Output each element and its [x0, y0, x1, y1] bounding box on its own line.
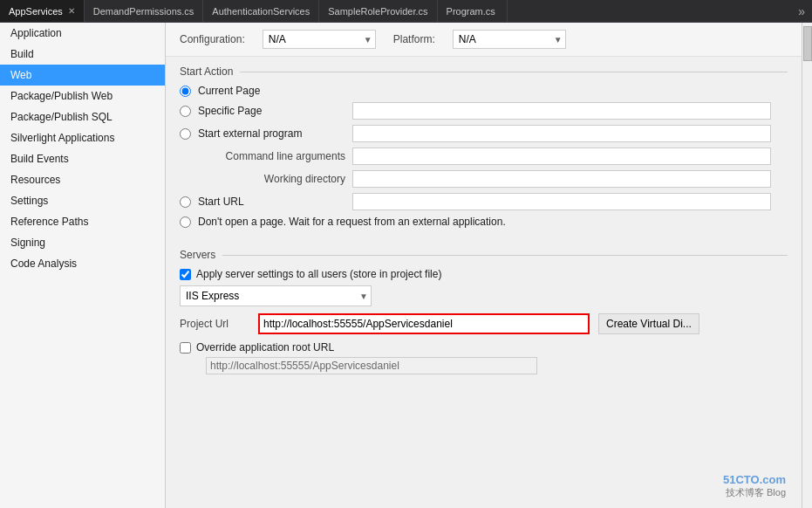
configuration-select[interactable]: N/A [263, 30, 376, 49]
sidebar-item-build-events[interactable]: Build Events [0, 148, 165, 169]
dont-open-radio[interactable] [180, 216, 191, 228]
project-url-input[interactable] [258, 313, 590, 334]
override-url-input[interactable] [206, 357, 537, 374]
specific-page-radio-row: Specific Page [180, 102, 788, 120]
servers-title: Servers [180, 249, 788, 261]
server-type-select-wrapper: IIS Express ▼ [180, 285, 372, 306]
tab-authenticationservices[interactable]: AuthenticationServices [203, 0, 319, 22]
tab-bar: AppServices ✕ DemandPermissions.cs Authe… [0, 0, 812, 23]
server-type-row: IIS Express ▼ [180, 285, 788, 306]
start-external-radio[interactable] [180, 128, 191, 140]
sidebar-item-package-publish-sql[interactable]: Package/Publish SQL [0, 106, 165, 127]
sidebar-item-build[interactable]: Build [0, 44, 165, 65]
start-external-radio-row: Start external program [180, 125, 788, 142]
sidebar-item-package-publish-web[interactable]: Package/Publish Web [0, 86, 165, 106]
watermark-top: 51CTO.com [723, 473, 786, 486]
project-url-row: Project Url Create Virtual Di... [180, 313, 788, 334]
platform-select[interactable]: N/A [453, 30, 566, 49]
tab-label: AuthenticationServices [212, 6, 310, 17]
working-dir-input[interactable] [352, 170, 771, 188]
override-url-checkbox[interactable] [180, 342, 191, 354]
scroll-thumb[interactable] [803, 26, 812, 61]
working-dir-row: Working directory [180, 170, 788, 188]
configuration-select-wrapper: N/A ▼ [263, 30, 376, 49]
tab-sampleroleprovider[interactable]: SampleRoleProvider.cs [319, 0, 437, 22]
tab-appservices[interactable]: AppServices ✕ [0, 0, 85, 22]
sidebar-item-application[interactable]: Application [0, 23, 165, 44]
tab-program[interactable]: Program.cs [438, 0, 508, 22]
command-line-label: Command line arguments [206, 150, 345, 162]
scroll-track[interactable] [802, 23, 812, 508]
tab-overflow-button[interactable]: » [791, 4, 812, 18]
tab-label: DemandPermissions.cs [93, 6, 194, 17]
dont-open-label: Don't open a page. Wait for a request fr… [198, 216, 506, 228]
apply-settings-row: Apply server settings to all users (stor… [180, 268, 788, 280]
override-url-label: Override application root URL [196, 341, 334, 354]
command-line-row: Command line arguments [180, 148, 788, 165]
current-page-label: Current Page [198, 85, 260, 97]
tab-label: Program.cs [447, 6, 495, 17]
specific-page-input[interactable] [352, 102, 771, 120]
content-area: Configuration: N/A ▼ Platform: N/A ▼ [166, 23, 802, 508]
watermark-bottom: 技术博客 Blog [723, 486, 786, 499]
start-action-section: Start Action Current Page Specific Page [166, 57, 802, 242]
tab-demandpermissions[interactable]: DemandPermissions.cs [85, 0, 204, 22]
watermark: 51CTO.com 技术博客 Blog [723, 473, 786, 499]
configuration-label: Configuration: [180, 33, 245, 45]
current-page-radio[interactable] [180, 86, 191, 97]
working-dir-label: Working directory [206, 173, 345, 185]
start-url-radio[interactable] [180, 196, 191, 208]
create-virtual-dir-button[interactable]: Create Virtual Di... [598, 313, 699, 334]
specific-page-label: Specific Page [198, 105, 262, 117]
config-bar: Configuration: N/A ▼ Platform: N/A ▼ [166, 23, 802, 57]
close-icon[interactable]: ✕ [68, 6, 75, 16]
sidebar-item-web[interactable]: Web [0, 65, 165, 86]
tab-label: SampleRoleProvider.cs [328, 6, 427, 17]
platform-select-wrapper: N/A ▼ [453, 30, 566, 49]
server-type-select[interactable]: IIS Express [180, 285, 372, 306]
tab-label: AppServices [9, 6, 63, 17]
sidebar-item-resources[interactable]: Resources [0, 169, 165, 190]
start-external-label: Start external program [198, 127, 302, 140]
sidebar-item-signing[interactable]: Signing [0, 232, 165, 253]
start-action-title: Start Action [180, 65, 788, 78]
sidebar-item-silverlight[interactable]: Silverlight Applications [0, 127, 165, 148]
apply-settings-label: Apply server settings to all users (stor… [196, 268, 441, 280]
sidebar-item-settings[interactable]: Settings [0, 190, 165, 211]
start-url-label: Start URL [198, 196, 244, 208]
platform-label: Platform: [393, 33, 435, 45]
start-url-radio-row: Start URL [180, 193, 788, 210]
sidebar-item-reference-paths[interactable]: Reference Paths [0, 211, 165, 232]
servers-section: Servers Apply server settings to all use… [166, 242, 802, 381]
specific-page-radio[interactable] [180, 106, 191, 117]
sidebar-item-code-analysis[interactable]: Code Analysis [0, 253, 165, 274]
project-url-label: Project Url [180, 318, 249, 330]
start-external-input[interactable] [352, 125, 771, 142]
start-url-input[interactable] [352, 193, 771, 210]
command-line-input[interactable] [352, 148, 771, 165]
apply-settings-checkbox[interactable] [180, 269, 191, 280]
current-page-radio-row: Current Page [180, 85, 788, 97]
sidebar: Application Build Web Package/Publish We… [0, 23, 166, 508]
dont-open-radio-row: Don't open a page. Wait for a request fr… [180, 216, 788, 228]
override-url-row: Override application root URL [180, 341, 788, 354]
